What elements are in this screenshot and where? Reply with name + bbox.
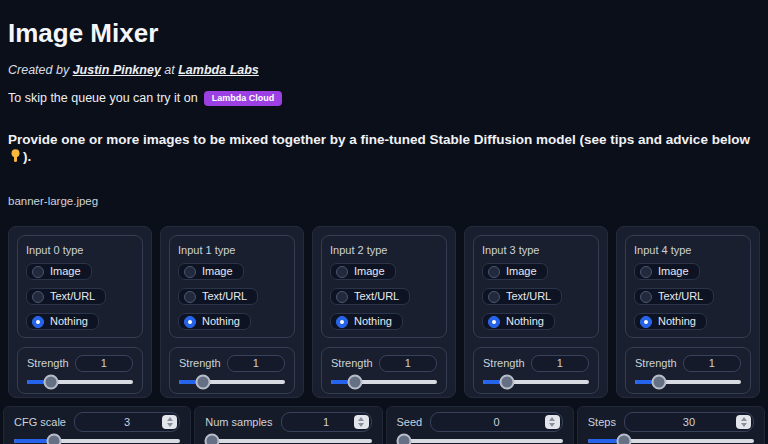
radio-options: Image Text/URL Nothing [26,263,134,330]
input-type-group: Input 2 type Image Text/URL Nothing [321,235,447,338]
slider-handle[interactable] [196,374,211,389]
point-down-emoji-icon [9,149,22,163]
radio-options: Image Text/URL Nothing [482,263,590,330]
steps-input[interactable]: 30 [624,412,754,432]
credit-line: Created by Justin Pinkney at Lambda Labs [8,63,760,78]
slider-track [635,380,741,384]
number-stepper[interactable] [736,415,751,429]
radio-option-image[interactable]: Image [26,263,92,280]
radio-option-text-url[interactable]: Text/URL [26,288,106,305]
slider-handle[interactable] [396,433,411,444]
steps-slider[interactable] [588,433,754,444]
slider-handle[interactable] [500,374,515,389]
credit-connector: at [161,63,178,77]
radio-option-text-url[interactable]: Text/URL [178,288,258,305]
radio-option-image[interactable]: Image [178,263,244,280]
radio-option-text-url[interactable]: Text/URL [634,288,714,305]
slider-handle[interactable] [46,433,61,444]
radio-option-nothing[interactable]: Nothing [634,313,707,330]
strength-label: Strength [483,357,525,370]
radio-icon [488,266,500,278]
radio-icon [32,291,44,303]
chevron-down-icon [167,423,173,427]
org-link[interactable]: Lambda Labs [178,63,259,77]
radio-label: Nothing [50,314,88,329]
strength-label: Strength [27,357,69,370]
queue-text: To skip the queue you can try it on [8,91,198,105]
num-samples-slider[interactable] [205,433,371,444]
radio-icon [336,266,348,278]
lambda-cloud-badge[interactable]: Lambda Cloud [204,91,283,106]
radio-selected-icon [640,316,652,328]
radio-option-image[interactable]: Image [330,263,396,280]
radio-label: Text/URL [506,289,551,304]
cfg-scale-slider[interactable] [14,433,180,444]
seed-input[interactable]: 0 [430,412,563,432]
strength-group: Strength 1 [321,347,447,394]
chevron-down-icon [549,423,555,427]
slider-handle[interactable] [652,374,667,389]
slider-track [27,380,133,384]
strength-label: Strength [635,357,677,370]
number-stepper[interactable] [545,415,560,429]
strength-input[interactable]: 1 [75,355,133,372]
param-label: Steps [588,416,616,429]
radio-option-nothing[interactable]: Nothing [26,313,99,330]
strength-slider[interactable] [27,374,133,389]
strength-input[interactable]: 1 [683,355,741,372]
param-label: Num samples [205,416,272,429]
slider-handle[interactable] [617,433,632,444]
input-type-label: Input 0 type [26,244,134,257]
radio-icon [336,291,348,303]
num-samples-input[interactable]: 1 [281,412,372,432]
radio-option-nothing[interactable]: Nothing [178,313,251,330]
radio-option-text-url[interactable]: Text/URL [330,288,410,305]
radio-selected-icon [184,316,196,328]
number-stepper[interactable] [162,415,177,429]
radio-option-nothing[interactable]: Nothing [482,313,555,330]
strength-input[interactable]: 1 [379,355,437,372]
radio-icon [184,266,196,278]
input-type-label: Input 2 type [330,244,438,257]
slider-track [205,439,371,443]
input-panel-2: Input 2 type Image Text/URL Nothing Stre… [312,226,456,398]
input-type-label: Input 4 type [634,244,742,257]
author-link[interactable]: Justin Pinkney [73,63,161,77]
input-type-label: Input 1 type [178,244,286,257]
parameters-row: CFG scale 3 Num samples 1 [3,406,765,444]
radio-option-image[interactable]: Image [482,263,548,280]
strength-input[interactable]: 1 [531,355,589,372]
strength-group: Strength 1 [473,347,599,394]
slider-handle[interactable] [44,374,59,389]
banner-image-alt: banner-large.jpeg [8,194,760,208]
radio-label: Nothing [658,314,696,329]
number-stepper[interactable] [354,415,369,429]
radio-icon [32,266,44,278]
cfg-scale-input[interactable]: 3 [74,412,180,432]
param-value: 0 [493,413,499,431]
slider-handle[interactable] [348,374,363,389]
strength-slider[interactable] [331,374,437,389]
strength-slider[interactable] [179,374,285,389]
page-title: Image Mixer [8,18,760,48]
radio-label: Image [658,264,689,279]
radio-selected-icon [336,316,348,328]
seed-slider[interactable] [397,433,563,444]
input-type-group: Input 3 type Image Text/URL Nothing [473,235,599,338]
radio-option-text-url[interactable]: Text/URL [482,288,562,305]
radio-label: Image [506,264,537,279]
slider-handle[interactable] [205,433,220,444]
strength-input[interactable]: 1 [227,355,285,372]
radio-label: Nothing [354,314,392,329]
radio-selected-icon [488,316,500,328]
radio-label: Nothing [506,314,544,329]
radio-label: Image [354,264,385,279]
strength-slider[interactable] [635,374,741,389]
radio-option-image[interactable]: Image [634,263,700,280]
chevron-up-icon [549,417,555,421]
radio-option-nothing[interactable]: Nothing [330,313,403,330]
radio-label: Text/URL [202,289,247,304]
strength-slider[interactable] [483,374,589,389]
strength-group: Strength 1 [17,347,143,394]
description-suffix: ). [23,149,31,164]
